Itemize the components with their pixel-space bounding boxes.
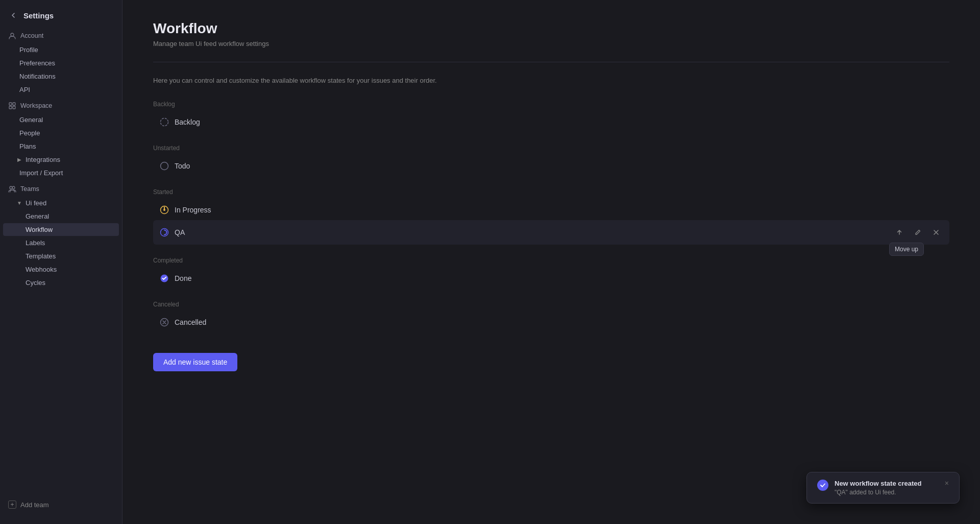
toast-notification: New workflow state created "QA" added to… (806, 472, 960, 504)
toast-body: New workflow state created "QA" added to… (835, 480, 939, 496)
state-row-qa: QA Move up (153, 220, 949, 245)
backlog-section: Backlog Backlog (153, 101, 949, 132)
state-name-todo: Todo (175, 162, 190, 170)
divider (153, 62, 949, 62)
sidebar-header: Settings (0, 8, 122, 29)
plus-icon: + (8, 501, 16, 509)
svg-rect-4 (13, 106, 15, 109)
add-team-label: Add team (20, 501, 49, 509)
svg-point-10 (163, 209, 165, 211)
svg-rect-3 (9, 106, 12, 109)
state-row-cancelled: Cancelled (153, 312, 949, 332)
workspace-section: Workspace General People Plans ▶ Integra… (0, 99, 122, 180)
started-label: Started (153, 188, 949, 196)
in-progress-state-icon (159, 205, 169, 215)
svg-rect-1 (9, 103, 12, 105)
chevron-down-icon: ▼ (16, 200, 22, 206)
toast-close-button[interactable]: × (945, 480, 949, 487)
page-subtitle: Manage team Ui feed workflow settings (153, 40, 949, 47)
backlog-label: Backlog (153, 101, 949, 108)
sidebar-item-api[interactable]: API (3, 83, 119, 96)
state-name-cancelled: Cancelled (175, 318, 206, 326)
chevron-right-icon: ▶ (16, 157, 22, 163)
todo-state-icon (159, 161, 169, 171)
add-team-button[interactable]: + Add team (8, 497, 114, 512)
qa-state-actions (892, 225, 943, 240)
move-up-button[interactable] (892, 225, 906, 240)
cancelled-label: Canceled (153, 301, 949, 308)
state-name-done: Done (175, 274, 191, 282)
state-name-in-progress: In Progress (175, 206, 211, 214)
sidebar-item-team-labels[interactable]: Labels (3, 236, 119, 249)
add-state-button[interactable]: Add new issue state (153, 353, 237, 371)
svg-point-0 (11, 33, 14, 36)
svg-rect-2 (13, 103, 15, 105)
svg-point-7 (161, 118, 168, 126)
qa-state-icon (159, 227, 169, 237)
delete-button[interactable] (929, 225, 943, 240)
integrations-label: Integrations (26, 156, 60, 163)
state-row-todo: Todo (153, 156, 949, 176)
svg-point-8 (161, 162, 168, 170)
toast-message: "QA" added to Ui feed. (835, 489, 939, 496)
account-label: Account (20, 32, 43, 39)
state-name-backlog: Backlog (175, 118, 200, 126)
sidebar-item-profile[interactable]: Profile (3, 43, 119, 56)
state-row-done: Done (153, 268, 949, 289)
sidebar-section-workspace[interactable]: Workspace (0, 99, 122, 113)
teams-section: Teams ▼ Ui feed General Workflow Labels … (0, 182, 122, 290)
done-state-icon (159, 273, 169, 283)
info-text: Here you can control and customize the a… (153, 77, 949, 84)
sidebar-item-people[interactable]: People (3, 127, 119, 139)
backlog-state-icon (159, 117, 169, 127)
started-section: Started In Progress QA (153, 188, 949, 245)
page-title: Workflow (153, 20, 949, 37)
unstarted-section: Unstarted Todo (153, 145, 949, 176)
team-name: Ui feed (26, 199, 46, 207)
state-row-backlog: Backlog (153, 112, 949, 132)
teams-label: Teams (20, 185, 39, 193)
back-icon[interactable] (8, 10, 18, 20)
cancelled-section: Canceled Cancelled (153, 301, 949, 332)
cancelled-state-icon (159, 317, 169, 327)
sidebar-item-team-webhooks[interactable]: Webhooks (3, 263, 119, 276)
svg-point-6 (12, 186, 15, 189)
sidebar-item-integrations[interactable]: ▶ Integrations (3, 153, 119, 166)
account-section: Account Profile Preferences Notification… (0, 29, 122, 97)
completed-label: Completed (153, 257, 949, 264)
toast-icon (817, 480, 828, 491)
sidebar: Settings Account Profile Preferences Not… (0, 0, 122, 524)
sidebar-item-notifications[interactable]: Notifications (3, 70, 119, 83)
sidebar-title: Settings (23, 11, 54, 20)
state-row-in-progress: In Progress (153, 200, 949, 220)
sidebar-item-team-cycles[interactable]: Cycles (3, 276, 119, 289)
sidebar-item-team-templates[interactable]: Templates (3, 250, 119, 263)
workspace-label: Workspace (20, 102, 52, 109)
sidebar-item-preferences[interactable]: Preferences (3, 57, 119, 69)
move-up-tooltip: Move up (889, 243, 924, 256)
add-state-label: Add new issue state (163, 358, 227, 366)
unstarted-label: Unstarted (153, 145, 949, 152)
completed-section: Completed Done (153, 257, 949, 289)
toast-title: New workflow state created (835, 480, 939, 487)
svg-point-5 (10, 186, 12, 189)
sidebar-item-import-export[interactable]: Import / Export (3, 166, 119, 179)
edit-button[interactable] (911, 225, 925, 240)
sidebar-item-plans[interactable]: Plans (3, 140, 119, 153)
sidebar-item-team-general[interactable]: General (3, 210, 119, 223)
sidebar-item-team-workflow[interactable]: Workflow (3, 223, 119, 236)
main-content: Workflow Manage team Ui feed workflow se… (122, 0, 980, 524)
state-name-qa: QA (175, 228, 185, 236)
sidebar-section-account[interactable]: Account (0, 29, 122, 43)
sidebar-bottom: + Add team (0, 493, 122, 516)
sidebar-item-general[interactable]: General (3, 113, 119, 126)
sidebar-team-uifeed[interactable]: ▼ Ui feed (3, 197, 119, 209)
sidebar-section-teams[interactable]: Teams (0, 182, 122, 196)
